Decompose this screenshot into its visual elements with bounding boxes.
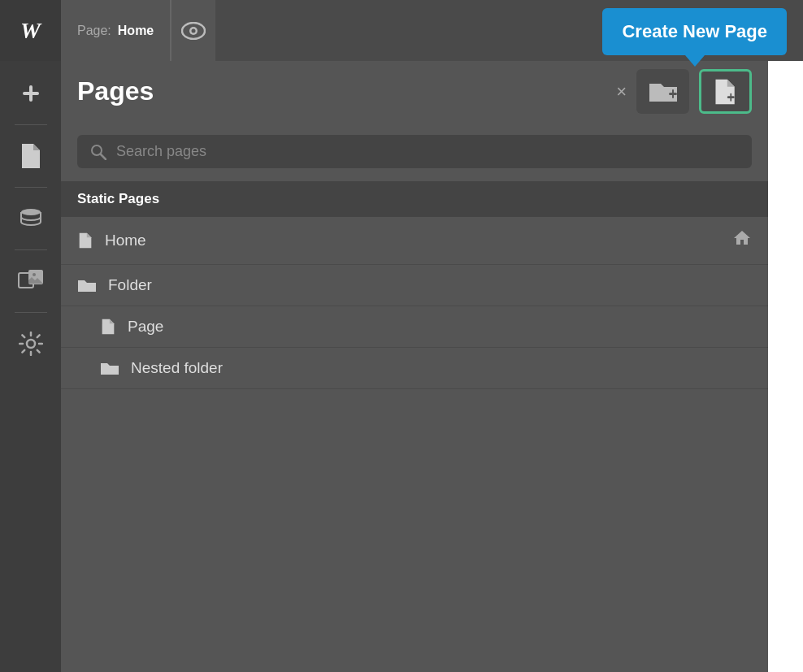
divider-4 <box>15 312 47 313</box>
page-label-page: Page <box>128 318 163 336</box>
page-tab-name: Home <box>118 24 154 38</box>
sidebar-database-button[interactable] <box>7 194 55 243</box>
page-item-nested-folder[interactable]: Nested folder <box>61 348 768 389</box>
pages-icon <box>19 142 43 170</box>
sidebar-pages-button[interactable] <box>7 132 55 180</box>
tooltip-container: Create New Page <box>602 8 787 55</box>
divider-1 <box>15 124 47 125</box>
media-icon <box>18 269 44 293</box>
create-folder-icon <box>648 79 679 105</box>
svg-rect-11 <box>672 89 674 98</box>
divider-3 <box>15 249 47 250</box>
home-icon <box>732 228 752 253</box>
page-list: Home Folder Page <box>61 217 768 672</box>
page-label-nested-folder: Nested folder <box>131 359 223 377</box>
page-label-folder: Folder <box>108 276 152 294</box>
settings-icon <box>19 332 43 356</box>
svg-point-9 <box>27 340 35 348</box>
sidebar <box>0 61 61 672</box>
panel-title: Pages <box>77 76 600 106</box>
sidebar-media-button[interactable] <box>7 257 55 306</box>
create-page-button[interactable] <box>699 69 752 114</box>
sidebar-add-button[interactable] <box>7 69 55 118</box>
database-icon <box>19 206 43 231</box>
panel-close-button[interactable]: × <box>616 81 627 102</box>
svg-point-5 <box>21 209 41 215</box>
page-item-home[interactable]: Home <box>61 217 768 265</box>
page-item-folder[interactable]: Folder <box>61 265 768 306</box>
svg-line-15 <box>101 154 106 159</box>
panel-header: Pages × <box>61 61 768 122</box>
svg-point-8 <box>33 273 36 276</box>
search-icon <box>90 144 106 160</box>
tooltip-text: Create New Page <box>622 21 767 41</box>
section-title: Static Pages <box>77 191 159 206</box>
nested-folder-icon <box>100 360 119 376</box>
search-bar[interactable] <box>77 135 752 168</box>
eye-icon <box>181 22 206 40</box>
svg-rect-4 <box>23 92 39 95</box>
page-icon-home <box>77 232 93 249</box>
add-icon <box>20 82 42 105</box>
search-input[interactable] <box>116 143 739 160</box>
page-item-page[interactable]: Page <box>61 306 768 348</box>
svg-rect-13 <box>730 93 731 101</box>
divider-2 <box>15 187 47 188</box>
logo: W <box>0 0 61 61</box>
tooltip-box: Create New Page <box>602 8 787 55</box>
create-page-icon <box>713 78 739 106</box>
folder-icon <box>77 277 97 293</box>
search-bar-wrap <box>61 122 768 181</box>
page-tab-label: Page: <box>77 24 111 38</box>
page-icon-page <box>100 318 116 336</box>
preview-button[interactable] <box>171 0 215 61</box>
logo-w: W <box>20 18 41 44</box>
sidebar-settings-button[interactable] <box>7 319 55 368</box>
pages-panel: Pages × <box>61 61 768 672</box>
section-header-static-pages: Static Pages <box>61 181 768 217</box>
create-folder-button[interactable] <box>636 69 689 114</box>
svg-point-2 <box>192 28 196 33</box>
top-bar: W Page: Home Create New Page <box>0 0 803 61</box>
page-tab[interactable]: Page: Home <box>61 0 171 61</box>
page-label-home: Home <box>105 232 146 249</box>
main-area: Pages × <box>0 61 803 672</box>
